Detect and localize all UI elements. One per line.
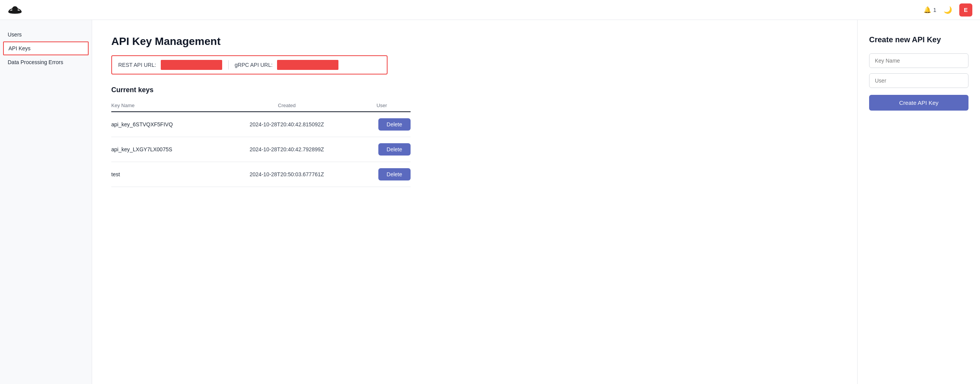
api-url-bar: REST API URL: gRPC API URL: <box>111 55 388 74</box>
main-content: API Key Management REST API URL: gRPC AP… <box>92 20 857 384</box>
delete-key-button[interactable]: Delete <box>378 168 411 180</box>
create-api-key-title: Create new API Key <box>869 35 968 44</box>
moon-icon: 🌙 <box>944 6 952 14</box>
table-row: api_key_LXGY7LX0075S2024-10-28T20:40:42.… <box>111 137 411 162</box>
topnav-right-section: 🔔 1 🌙 E <box>924 3 972 17</box>
grpc-api-url-label: gRPC API URL: <box>235 62 273 68</box>
sidebar-label-data-processing-errors: Data Processing Errors <box>8 59 63 65</box>
page-title: API Key Management <box>111 35 838 48</box>
sidebar-item-api-keys[interactable]: API Keys <box>3 41 89 55</box>
user-input[interactable] <box>869 73 968 88</box>
cell-created: 2024-10-28T20:40:42.792899Z <box>221 137 353 162</box>
top-navigation: 🔔 1 🌙 E <box>0 0 980 20</box>
cell-key-name: api_key_LXGY7LX0075S <box>111 137 221 162</box>
delete-key-button[interactable]: Delete <box>378 118 411 131</box>
key-name-input[interactable] <box>869 53 968 68</box>
notification-count: 1 <box>933 7 936 13</box>
url-divider <box>228 60 229 70</box>
rest-api-url-value <box>161 60 222 70</box>
notifications-button[interactable]: 🔔 1 <box>924 6 936 13</box>
cell-user: Delete <box>353 162 411 187</box>
right-panel: Create new API Key Create API Key <box>857 20 980 384</box>
theme-toggle-button[interactable]: 🌙 <box>942 4 954 16</box>
delete-key-button[interactable]: Delete <box>378 143 411 156</box>
grpc-api-url-value <box>277 60 338 70</box>
col-header-key-name: Key Name <box>111 100 221 112</box>
table-row: test2024-10-28T20:50:03.677761ZDelete <box>111 162 411 187</box>
cell-key-name: api_key_6STVQXF5FIVQ <box>111 112 221 137</box>
cell-created: 2024-10-28T20:50:03.677761Z <box>221 162 353 187</box>
current-keys-title: Current keys <box>111 86 838 94</box>
cell-created: 2024-10-28T20:40:42.815092Z <box>221 112 353 137</box>
sidebar-item-users[interactable]: Users <box>0 28 92 41</box>
col-header-user: User <box>353 100 411 112</box>
table-header-row: Key Name Created User <box>111 100 411 112</box>
cell-key-name: test <box>111 162 221 187</box>
cell-user: Delete <box>353 137 411 162</box>
logo <box>8 3 22 17</box>
sidebar-item-data-processing-errors[interactable]: Data Processing Errors <box>0 55 92 69</box>
sidebar-label-users: Users <box>8 31 22 38</box>
table-row: api_key_6STVQXF5FIVQ2024-10-28T20:40:42.… <box>111 112 411 137</box>
rest-api-url-label: REST API URL: <box>118 62 156 68</box>
create-api-key-button[interactable]: Create API Key <box>869 95 968 111</box>
sidebar: Users API Keys Data Processing Errors <box>0 20 92 384</box>
col-header-created: Created <box>221 100 353 112</box>
cell-user: Delete <box>353 112 411 137</box>
keys-table: Key Name Created User api_key_6STVQXF5FI… <box>111 100 411 187</box>
main-layout: Users API Keys Data Processing Errors AP… <box>0 20 980 384</box>
sidebar-label-api-keys: API Keys <box>8 45 31 51</box>
bell-icon: 🔔 <box>924 6 931 13</box>
user-avatar[interactable]: E <box>959 3 972 17</box>
